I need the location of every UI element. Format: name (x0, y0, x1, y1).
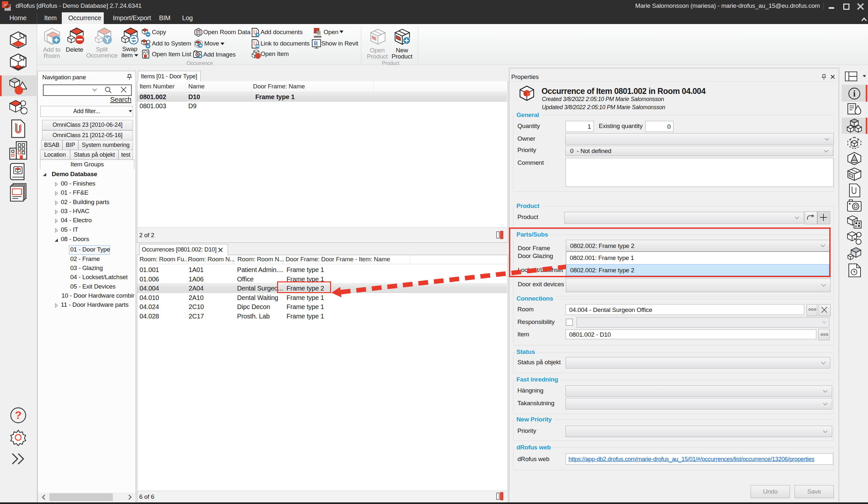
svg-text:i: i (853, 89, 856, 98)
svg-text:?: ? (15, 409, 22, 421)
svg-text:www: www (313, 35, 321, 38)
svg-text:R: R (314, 40, 318, 47)
